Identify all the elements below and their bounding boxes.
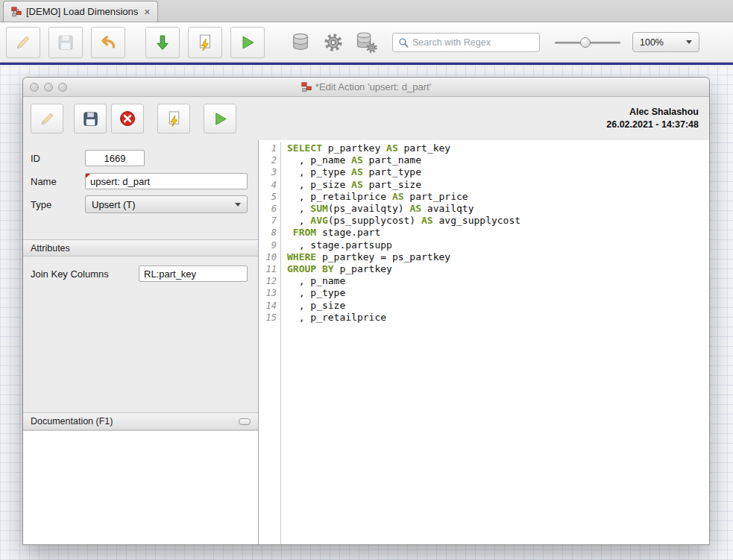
sql-line-number: 9 [259,239,280,251]
sql-line-number: 3 [259,166,280,178]
sql-line[interactable]: , stage.partsupp [281,239,709,251]
sql-editor[interactable]: 123456789101112131415 SELECT p_partkey A… [258,140,709,544]
window-minimize-button[interactable] [44,83,53,92]
dialog-save-button[interactable] [74,104,107,133]
database-icon [290,32,311,53]
save-floppy-icon [57,34,75,51]
pencil-icon [14,34,32,51]
play-icon [239,34,257,51]
type-row: Type Upsert (T) [31,195,251,213]
database-button[interactable] [285,27,316,58]
dialog-run-button[interactable] [204,104,236,133]
zoom-slider[interactable] [555,33,620,52]
documentation-header-label: Documentation (F1) [31,416,113,427]
sql-code[interactable]: SELECT p_partkey AS part_key , p_name AS… [281,142,709,544]
database-settings-button[interactable] [350,27,382,58]
dialog-generate-script-button[interactable] [157,104,190,133]
sql-line[interactable]: FROM stage.part [281,227,709,239]
sql-line[interactable]: , p_type [281,287,709,299]
dialog-cancel-button[interactable] [111,104,144,133]
sql-line-number: 13 [259,287,280,299]
zoom-slider-thumb[interactable] [580,37,591,48]
sql-line-gutter: 123456789101112131415 [259,142,281,544]
sql-line-number: 4 [259,179,280,191]
collapse-pill-icon[interactable] [239,418,251,425]
name-input[interactable] [85,173,248,189]
dialog-body: ID Name Type Upsert (T) [23,140,709,544]
type-value: Upsert (T) [92,199,136,210]
window-close-button[interactable] [30,83,39,92]
dialog-title: *Edit Action 'upsert: d_part' [315,81,431,92]
action-icon [301,82,312,92]
generate-script-button[interactable] [188,27,222,58]
undo-button[interactable] [91,27,125,58]
chevron-down-icon [686,40,692,44]
attributes-section: Join Key Columns [23,257,258,412]
run-button[interactable] [230,27,265,58]
search-icon [398,37,409,48]
tab-close-icon[interactable]: × [144,7,150,17]
sql-line[interactable]: GROUP BY p_partkey [281,263,709,275]
zoom-value: 100% [640,37,664,48]
tab-bar: [DEMO] Load Dimensions × [0,0,733,22]
settings-button[interactable] [318,27,349,58]
diagram-canvas[interactable]: *Edit Action 'upsert: d_part' [0,65,733,560]
id-input[interactable] [85,150,145,166]
sql-line-number: 10 [259,251,280,263]
sql-line[interactable]: , p_name AS part_name [281,154,709,166]
sql-line-number: 1 [259,142,280,154]
green-down-arrow-icon [154,34,172,51]
edit-action-dialog: *Edit Action 'upsert: d_part' [22,77,710,545]
join-key-row: Join Key Columns [23,265,258,282]
window-controls [30,83,67,92]
database-gear-icon [355,31,377,54]
dialog-edit-button[interactable] [31,104,63,133]
sql-line-number: 2 [259,154,280,166]
pencil-icon [39,110,56,128]
cancel-icon [119,110,136,128]
sql-line[interactable]: SELECT p_partkey AS part_key [281,142,709,154]
id-row: ID [31,149,251,167]
window-zoom-button[interactable] [58,83,67,92]
lightning-document-icon [166,110,183,128]
tab-load-dimensions[interactable]: [DEMO] Load Dimensions × [3,1,158,22]
join-key-label: Join Key Columns [31,268,139,280]
id-label: ID [31,153,85,164]
sql-line[interactable]: , p_name [281,275,709,287]
save-floppy-icon [82,110,99,128]
sql-line[interactable]: WHERE p_partkey = ps_partkey [281,251,709,263]
name-label: Name [31,176,85,187]
attributes-header-label: Attributes [31,243,70,254]
undo-arrow-icon [98,33,118,52]
form-section: ID Name Type Upsert (T) [23,140,258,239]
zoom-select[interactable]: 100% [632,32,699,52]
gear-icon [323,32,344,53]
attributes-header: Attributes [23,239,258,257]
search-box [392,33,540,52]
dialog-toolbar: Alec Shalashou 26.02.2021 - 14:37:48 [23,97,709,140]
join-key-input[interactable] [139,265,248,282]
sql-line[interactable]: , p_retailprice AS part_price [281,191,709,203]
sql-line[interactable]: , p_size [281,300,709,312]
sql-line[interactable]: , p_size AS part_size [281,179,709,191]
sql-line[interactable]: , AVG(ps_supplycost) AS avg_supplycost [281,215,709,227]
documentation-editor[interactable] [23,430,258,544]
sql-line[interactable]: , p_type AS part_type [281,166,709,178]
sql-line-number: 6 [259,203,280,215]
type-select[interactable]: Upsert (T) [85,195,248,213]
play-icon [212,110,229,128]
main-toolbar: 100% [0,22,733,63]
timestamp: 26.02.2021 - 14:37:48 [606,119,699,131]
sql-line[interactable]: , p_retailprice [281,312,709,324]
download-button[interactable] [145,27,180,58]
chevron-down-icon [235,203,241,207]
properties-panel: ID Name Type Upsert (T) [23,140,258,544]
dialog-titlebar[interactable]: *Edit Action 'upsert: d_part' [23,78,709,97]
sql-line-number: 15 [259,312,280,324]
sql-line[interactable]: , SUM(ps_availqty) AS availqty [281,203,709,215]
save-button[interactable] [48,27,83,58]
documentation-header[interactable]: Documentation (F1) [23,412,258,430]
edit-button[interactable] [6,27,40,58]
search-input[interactable] [412,37,534,48]
tab-label: [DEMO] Load Dimensions [26,6,138,17]
